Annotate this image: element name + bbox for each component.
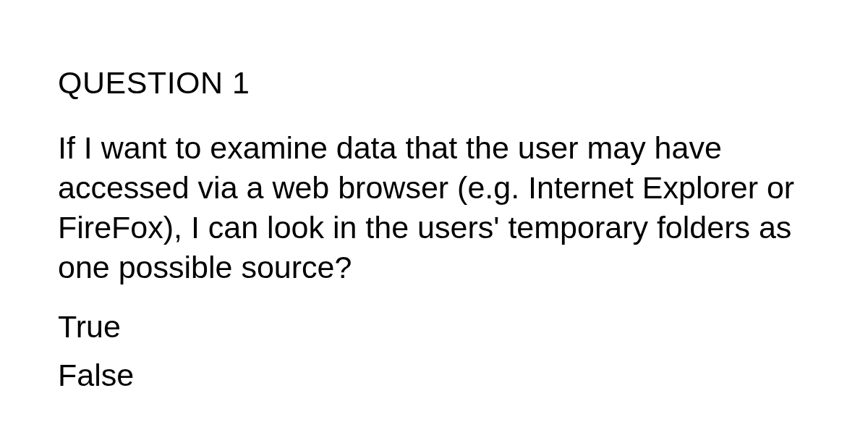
answer-option-true[interactable]: True: [58, 309, 810, 345]
answer-option-false[interactable]: False: [58, 358, 810, 393]
question-body: If I want to examine data that the user …: [58, 128, 810, 287]
question-title: QUESTION 1: [58, 65, 810, 101]
